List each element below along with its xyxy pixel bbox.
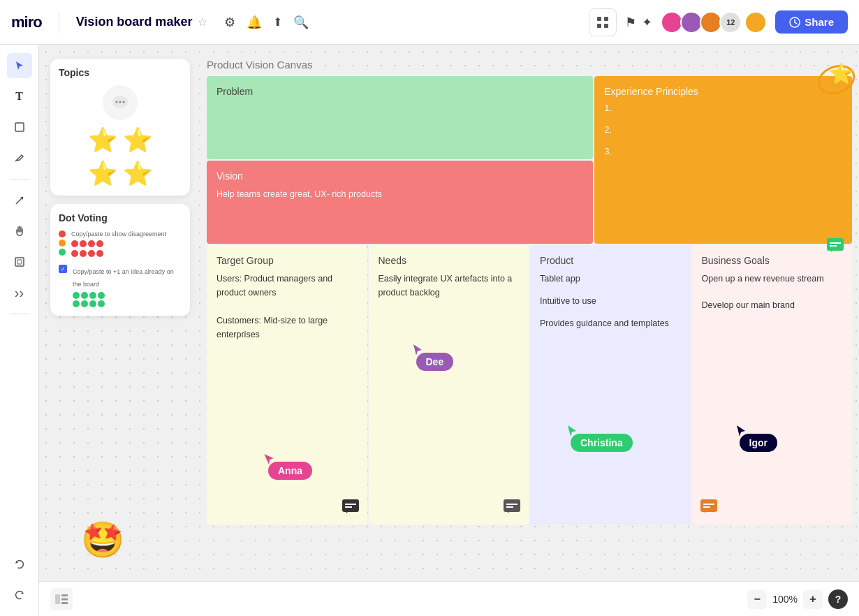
bizgoals-text: Open up a new revenue stream Develop our… [702, 272, 843, 312]
product-item-1: Tablet app [540, 272, 681, 286]
star-3: ⭐ [88, 159, 117, 187]
disagreement-dots: Copy/paste to show disagreement [71, 230, 166, 257]
problem-cell: Problem [207, 76, 593, 159]
topics-title: Topics [59, 67, 182, 78]
needs-text: Easily integrate UX artefacts into a pro… [379, 272, 520, 300]
svg-rect-5 [15, 123, 24, 131]
dee-cursor-label: Dee [416, 353, 454, 371]
green-dot [81, 300, 88, 307]
avatar-count[interactable]: 12 [719, 11, 742, 34]
svg-rect-0 [597, 17, 601, 21]
sidebar-toggle-button[interactable] [50, 588, 73, 610]
frame-tool[interactable] [7, 249, 32, 274]
red-dot [71, 250, 78, 257]
star-decoration: ⭐ [803, 62, 859, 104]
vision-label: Vision [216, 170, 583, 182]
topics-panel: Topics ⭐ ⭐ ⭐ ⭐ [50, 59, 190, 196]
svg-rect-24 [703, 506, 710, 508]
pen-tool[interactable] [7, 145, 32, 170]
svg-rect-13 [342, 499, 359, 512]
topics-stars: ⭐ ⭐ [88, 126, 152, 154]
miro-logo: miro [11, 13, 42, 31]
checkbox-agree: ✓ [59, 264, 67, 273]
green-dot [89, 292, 96, 299]
more-tools[interactable]: ›› [7, 280, 32, 305]
message-icon-bizgoals-top [825, 237, 845, 256]
text-tool-icon: T [15, 90, 23, 103]
sticky-note-tool[interactable] [7, 115, 32, 140]
message-icon-needs [502, 498, 522, 518]
cursor-flag-icon[interactable]: ⚑ [625, 15, 636, 30]
exp-item-2 [604, 124, 842, 135]
row1-left: Problem Vision Help teams create great, … [207, 76, 593, 244]
board-row1: Problem Vision Help teams create great, … [207, 76, 852, 244]
settings-icon[interactable]: ⚙ [224, 15, 235, 30]
svg-rect-18 [506, 506, 513, 508]
dot-voting-title: Dot Voting [59, 212, 182, 223]
svg-rect-20 [830, 242, 841, 244]
message-icon-target [341, 498, 360, 518]
board-heading: Product Vision Canvas [207, 59, 852, 71]
select-tool[interactable] [7, 53, 32, 78]
notifications-icon[interactable]: 🔔 [247, 15, 262, 30]
topbar-right: ⚑ ✦ 12 Share [589, 8, 848, 36]
tl-green [59, 249, 66, 256]
star-eyes-emoji: 🤩 [81, 520, 124, 560]
topics-content: ⭐ ⭐ ⭐ ⭐ [59, 85, 182, 187]
svg-rect-14 [345, 504, 356, 505]
undo-tool[interactable] [7, 552, 32, 577]
igor-cursor-area: Igor [734, 424, 748, 441]
christina-cursor-label: Christina [571, 434, 633, 452]
dot-voting-panel: Dot Voting Copy/paste to show disagreeme… [50, 204, 190, 316]
share-button[interactable]: Share [775, 10, 848, 34]
product-items: Tablet app Intuitive to use Provides gui… [540, 272, 681, 330]
undo-redo-area [7, 552, 32, 608]
confetti-icon[interactable]: ✦ [642, 15, 652, 30]
tool-separator-2 [10, 314, 29, 314]
svg-rect-7 [15, 258, 24, 266]
svg-rect-28 [61, 602, 68, 604]
hand-tool[interactable] [7, 219, 32, 244]
green-dot [73, 300, 80, 307]
red-dot [88, 240, 95, 247]
collaborator-avatars: 12 [661, 11, 767, 34]
arrow-tool[interactable] [7, 188, 32, 213]
svg-point-10 [116, 101, 118, 103]
product-cell: Product Tablet app Intuitive to use Prov… [530, 245, 691, 525]
zoom-out-button[interactable]: − [747, 589, 767, 609]
star-icon-deco: ⭐ [829, 62, 853, 85]
share-upload-icon[interactable]: ⬆ [273, 15, 282, 29]
red-dot [80, 250, 87, 257]
product-item-2: Intuitive to use [540, 294, 681, 308]
dot-voting-disagreement: Copy/paste to show disagreement [59, 230, 182, 257]
apps-grid-button[interactable] [589, 8, 617, 36]
problem-label: Problem [216, 86, 583, 97]
topbar: miro Vision board maker ☆ ⚙ 🔔 ⬆ 🔍 ⚑ ✦ 12… [0, 0, 859, 45]
dot-voting-agreement: ✓ Copy/paste to +1 an idea already on th… [59, 264, 182, 307]
avatar-user[interactable] [744, 11, 767, 34]
anna-cursor-label: Anna [268, 462, 312, 480]
svg-rect-27 [61, 598, 68, 600]
target-group-cell: Target Group Users: Product managers and… [207, 245, 367, 525]
bizgoals-cell: Business Goals Open up a new revenue str… [692, 245, 853, 525]
search-icon[interactable]: 🔍 [293, 15, 309, 30]
svg-rect-23 [703, 504, 714, 505]
board-wrapper: Product Vision Canvas Problem Vision Hel… [207, 59, 852, 574]
checkbox-icon: ✓ [59, 265, 67, 273]
zoom-in-button[interactable]: + [803, 589, 823, 609]
message-icon-bizgoals-bottom [699, 498, 719, 518]
igor-cursor-label: Igor [740, 434, 777, 452]
side-panels: Topics ⭐ ⭐ ⭐ ⭐ Dot Voting [50, 59, 190, 324]
text-tool[interactable]: T [7, 84, 32, 109]
redo-tool[interactable] [7, 582, 32, 608]
red-dot [88, 250, 95, 257]
chat-bubble-icon [103, 85, 138, 120]
help-button[interactable]: ? [828, 589, 848, 609]
copy-text-1: Copy/paste to show disagreement [71, 230, 166, 237]
favorite-star-icon[interactable]: ☆ [198, 15, 207, 29]
board-title-header: Vision board maker [76, 15, 193, 29]
canvas-area[interactable]: Topics ⭐ ⭐ ⭐ ⭐ Dot Voting [39, 45, 859, 616]
topbar-tool-icons: ⚙ 🔔 ⬆ 🔍 [224, 15, 309, 30]
green-dot [73, 292, 80, 299]
left-toolbar: T ›› [0, 45, 39, 616]
